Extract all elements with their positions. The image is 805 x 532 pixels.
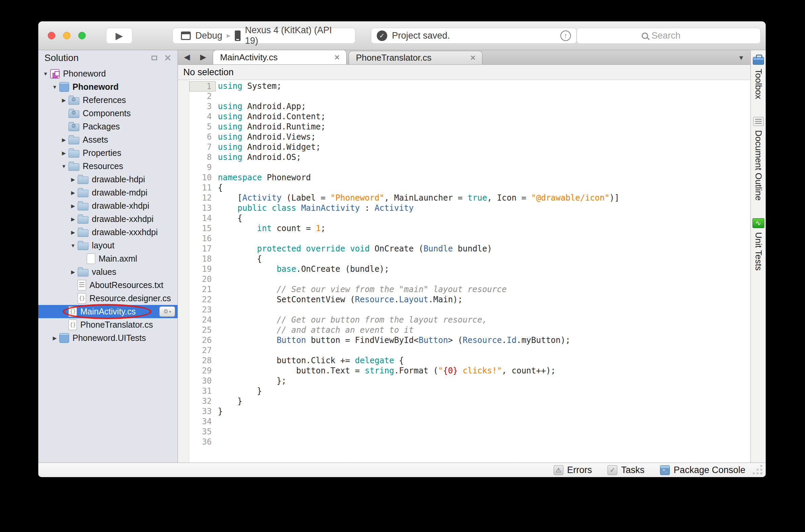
pad-button-errors[interactable]: Errors	[554, 465, 592, 475]
dock-tab-document-outline[interactable]: Document Outline	[753, 117, 764, 201]
tree-item-values[interactable]: ▶values	[38, 265, 177, 279]
expander-closed-icon[interactable]: ▶	[59, 137, 69, 143]
code-line-11[interactable]: 11{	[189, 183, 750, 193]
expander-closed-icon[interactable]: ▶	[69, 176, 78, 183]
dock-tab-unit-tests[interactable]: ∿Unit Tests	[752, 218, 764, 271]
code-line-13[interactable]: 13 public class MainActivity : Activity	[189, 203, 750, 213]
dock-pad-icon[interactable]	[151, 56, 157, 60]
zoom-window-icon[interactable]	[78, 32, 86, 39]
close-pad-icon[interactable]: ✕	[164, 54, 171, 62]
code-line-22[interactable]: 22 SetContentView (Resource.Layout.Main)…	[189, 295, 750, 305]
expander-closed-icon[interactable]: ▶	[59, 150, 69, 156]
tree-item-assets[interactable]: ▶Assets	[38, 133, 177, 146]
code-line-30[interactable]: 30 };	[189, 376, 750, 386]
tree-item-phoneword[interactable]: ▼Phoneword	[38, 67, 177, 80]
tree-item-properties[interactable]: ▶Properties	[38, 146, 177, 159]
expander-open-icon[interactable]: ▼	[50, 84, 59, 90]
code-line-18[interactable]: 18 {	[189, 254, 750, 264]
code-line-1[interactable]: 1using System;	[189, 81, 750, 92]
tree-item-drawable-xxhdpi[interactable]: ▶drawable-xxhdpi	[38, 212, 177, 226]
expander-open-icon[interactable]: ▼	[41, 71, 50, 77]
code-line-20[interactable]: 20	[189, 274, 750, 285]
expander-closed-icon[interactable]: ▶	[69, 229, 78, 235]
tab-mainactivity-cs[interactable]: MainActivity.cs×	[213, 50, 347, 64]
resize-grip[interactable]	[760, 472, 762, 474]
code-line-9[interactable]: 9	[189, 163, 750, 173]
code-line-14[interactable]: 14 {	[189, 213, 750, 224]
tree-item-drawable-hdpi[interactable]: ▶drawable-hdpi	[38, 173, 177, 186]
pad-button-package-console[interactable]: Package Console	[660, 465, 745, 475]
tree-item-phonetranslator-cs[interactable]: PhoneTranslator.cs	[38, 318, 177, 331]
code-line-4[interactable]: 4using Android.Content;	[189, 112, 750, 122]
expander-open-icon[interactable]: ▼	[69, 243, 78, 248]
search-field[interactable]	[577, 28, 761, 44]
tree-item-aboutresources-txt[interactable]: AboutResources.txt	[38, 279, 177, 292]
tree-item-packages[interactable]: Packages	[38, 120, 177, 133]
tree-item-drawable-xxxhdpi[interactable]: ▶drawable-xxxhdpi	[38, 226, 177, 239]
tree-item-resources[interactable]: ▼Resources	[38, 159, 177, 173]
code-line-23[interactable]: 23	[189, 305, 750, 315]
tab-close-icon[interactable]: ×	[334, 52, 340, 63]
text-file-icon	[78, 280, 86, 290]
tree-item-main-axml[interactable]: Main.axml	[38, 252, 177, 265]
tree-item-references[interactable]: ▶References	[38, 94, 177, 107]
tab-close-icon[interactable]: ×	[470, 53, 475, 63]
expander-closed-icon[interactable]: ▶	[69, 269, 78, 275]
expander-open-icon[interactable]: ▼	[59, 163, 69, 169]
code-line-6[interactable]: 6using Android.Views;	[189, 132, 750, 142]
code-line-27[interactable]: 27	[189, 346, 750, 356]
tab-list-dropdown-icon[interactable]: ▼	[738, 54, 744, 62]
tree-item-phoneword-uitests[interactable]: ▶Phoneword.UITests	[38, 331, 177, 345]
status-upload-icon[interactable]: ↑	[560, 31, 571, 41]
code-line-21[interactable]: 21 // Set our view from the "main" layou…	[189, 285, 750, 295]
navigate-forward-icon[interactable]: ▶	[200, 53, 206, 62]
tree-item-drawable-xhdpi[interactable]: ▶drawable-xhdpi	[38, 199, 177, 212]
expander-closed-icon[interactable]: ▶	[59, 97, 69, 103]
tree-item-components[interactable]: Components	[38, 107, 177, 120]
line-number: 14	[189, 213, 216, 224]
code-line-35[interactable]: 35	[189, 427, 750, 437]
item-options-gear-button[interactable]: ⚙▾	[159, 306, 175, 317]
code-line-10[interactable]: 10namespace Phoneword	[189, 173, 750, 183]
code-line-32[interactable]: 32 }	[189, 397, 750, 406]
code-line-26[interactable]: 26 Button button = FindViewById<Button> …	[189, 336, 750, 346]
code-line-16[interactable]: 16	[189, 234, 750, 244]
code-line-28[interactable]: 28 button.Click += delegate {	[189, 356, 750, 366]
code-line-19[interactable]: 19 base.OnCreate (bundle);	[189, 264, 750, 274]
tree-item-drawable-mdpi[interactable]: ▶drawable-mdpi	[38, 186, 177, 199]
navigate-back-icon[interactable]: ◀	[184, 53, 190, 62]
line-number: 31	[189, 386, 216, 397]
code-line-3[interactable]: 3using Android.App;	[189, 102, 750, 112]
code-line-7[interactable]: 7using Android.Widget;	[189, 142, 750, 152]
code-line-8[interactable]: 8using Android.OS;	[189, 152, 750, 163]
tree-item-phoneword[interactable]: ▼Phoneword	[38, 80, 177, 94]
expander-closed-icon[interactable]: ▶	[50, 335, 59, 341]
search-input[interactable]	[652, 31, 695, 41]
code-line-34[interactable]: 34	[189, 417, 750, 427]
tab-phonetranslator-cs[interactable]: PhoneTranslator.cs×	[349, 51, 482, 64]
code-line-15[interactable]: 15 int count = 1;	[189, 224, 750, 234]
code-line-29[interactable]: 29 button.Text = string.Format ("{0} cli…	[189, 366, 750, 376]
code-line-2[interactable]: 2	[189, 92, 750, 102]
code-editor[interactable]: 1using System;23using Android.App;4using…	[178, 80, 750, 462]
code-line-31[interactable]: 31 }	[189, 386, 750, 397]
code-line-36[interactable]: 36	[189, 437, 750, 447]
expander-closed-icon[interactable]: ▶	[69, 203, 78, 209]
dock-tab-toolbox[interactable]: Toolbox	[753, 54, 764, 99]
tree-item-mainactivity-cs[interactable]: MainActivity.cs⚙▾	[38, 305, 177, 318]
expander-closed-icon[interactable]: ▶	[69, 190, 78, 196]
code-line-17[interactable]: 17 protected override void OnCreate (Bun…	[189, 244, 750, 254]
close-window-icon[interactable]	[48, 32, 55, 39]
code-line-25[interactable]: 25 // and attach an event to it	[189, 325, 750, 336]
expander-closed-icon[interactable]: ▶	[69, 216, 78, 222]
code-line-33[interactable]: 33}	[189, 406, 750, 417]
build-target-selector[interactable]: Debug ▸ Nexus 4 (KitKat) (API 19)	[172, 28, 356, 44]
run-button[interactable]: ▶	[106, 28, 133, 44]
tree-item-layout[interactable]: ▼layout	[38, 239, 177, 252]
pad-button-tasks[interactable]: Tasks	[608, 465, 645, 475]
code-line-12[interactable]: 12 [Activity (Label = "Phoneword", MainL…	[189, 193, 750, 203]
code-line-5[interactable]: 5using Android.Runtime;	[189, 122, 750, 132]
tree-item-resource-designer-cs[interactable]: Resource.designer.cs	[38, 292, 177, 305]
minimize-window-icon[interactable]	[63, 32, 71, 39]
code-line-24[interactable]: 24 // Get our button from the layout res…	[189, 315, 750, 325]
